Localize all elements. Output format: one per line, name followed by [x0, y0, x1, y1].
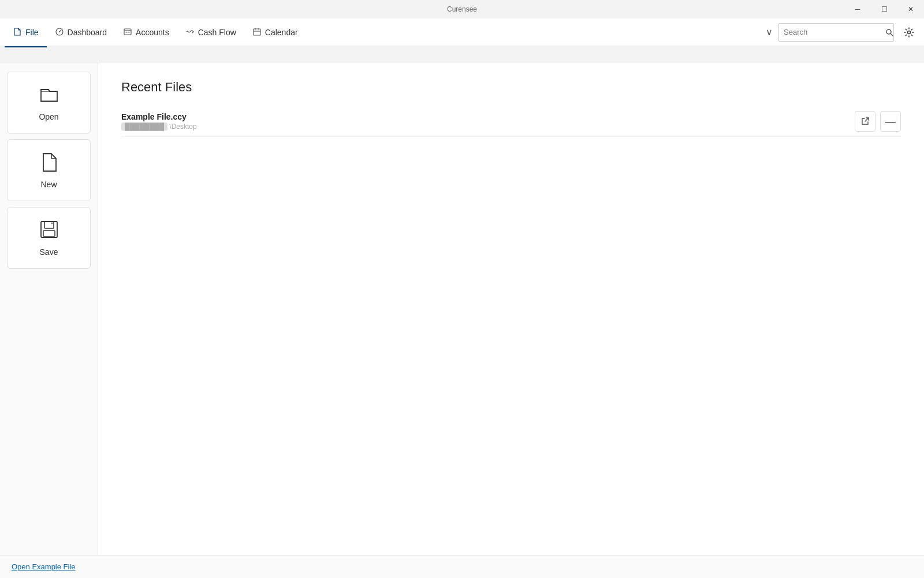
sub-header: [0, 46, 924, 62]
svg-point-5: [908, 31, 911, 34]
search-input[interactable]: [779, 25, 885, 39]
settings-button[interactable]: [899, 22, 919, 43]
recent-file-info: Example File.ccy ████████ \Desktop: [121, 112, 855, 131]
search-icon: [885, 28, 893, 36]
menu-item-calendar[interactable]: Calendar: [244, 23, 306, 42]
main-content: Open New Save: [0, 62, 924, 555]
chevron-down-icon: ∨: [766, 27, 773, 38]
svg-point-1: [59, 31, 60, 32]
menu-item-cashflow[interactable]: Cash Flow: [177, 23, 244, 42]
menu-bar: File Dashboard Accounts: [0, 18, 924, 46]
svg-point-4: [886, 29, 891, 34]
save-card[interactable]: Save: [7, 207, 91, 269]
recent-file-name: Example File.ccy: [121, 112, 855, 121]
menu-item-accounts[interactable]: Accounts: [115, 23, 177, 42]
title-bar: Curensee ─ ☐ ✕: [0, 0, 924, 18]
file-open-button[interactable]: [855, 111, 875, 132]
menu-file-label: File: [25, 28, 39, 37]
menu-accounts-label: Accounts: [136, 28, 169, 37]
svg-rect-2: [124, 29, 131, 35]
file-icon: [13, 27, 22, 38]
bottom-bar: Open Example File: [0, 555, 924, 578]
svg-rect-7: [44, 221, 54, 228]
calendar-icon: [252, 27, 262, 38]
settings-icon: [903, 27, 915, 38]
menu-dashboard-label: Dashboard: [68, 28, 107, 37]
menu-cashflow-label: Cash Flow: [198, 28, 236, 37]
minimize-button[interactable]: ─: [844, 0, 871, 18]
accounts-icon: [123, 27, 132, 38]
recent-files-title: Recent Files: [121, 80, 901, 95]
recent-file-actions: —: [855, 111, 901, 132]
maximize-button[interactable]: ☐: [871, 0, 897, 18]
open-card[interactable]: Open: [7, 72, 91, 134]
recent-file-path: ████████ \Desktop: [121, 123, 855, 131]
search-container: [778, 23, 894, 42]
minus-icon: —: [885, 116, 896, 127]
menu-item-file[interactable]: File: [5, 23, 47, 42]
menu-calendar-label: Calendar: [265, 28, 298, 37]
dashboard-icon: [55, 27, 64, 38]
open-card-label: Open: [39, 112, 58, 121]
open-example-link[interactable]: Open Example File: [12, 562, 76, 571]
content-area: Recent Files Example File.ccy ████████ \…: [98, 62, 924, 555]
cashflow-icon: [185, 27, 195, 38]
save-card-label: Save: [40, 247, 58, 257]
new-file-icon: [39, 151, 59, 175]
svg-rect-8: [43, 231, 55, 236]
folder-icon: [39, 84, 59, 108]
menu-item-dashboard[interactable]: Dashboard: [47, 23, 116, 42]
search-button[interactable]: [885, 23, 893, 42]
app-title: Curensee: [447, 5, 477, 13]
new-card[interactable]: New: [7, 139, 91, 201]
recent-file-row[interactable]: Example File.ccy ████████ \Desktop —: [121, 106, 901, 137]
menu-more-button[interactable]: ∨: [760, 23, 778, 42]
svg-rect-3: [254, 29, 260, 35]
file-remove-button[interactable]: —: [880, 111, 901, 132]
sidebar: Open New Save: [0, 62, 98, 555]
close-button[interactable]: ✕: [897, 0, 924, 18]
window-controls: ─ ☐ ✕: [844, 0, 924, 18]
save-icon: [39, 219, 59, 243]
external-link-icon: [860, 117, 870, 126]
new-card-label: New: [40, 180, 57, 189]
